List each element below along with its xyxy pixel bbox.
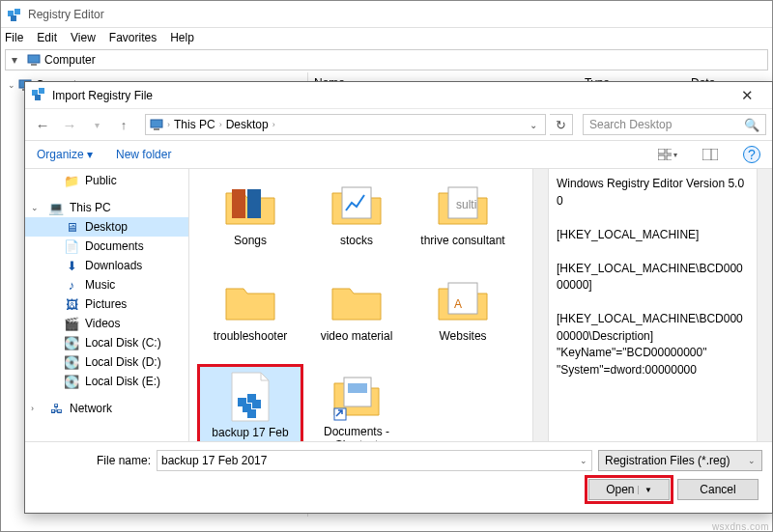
- search-placeholder: Search Desktop: [589, 118, 744, 131]
- dialog-title: Import Registry File: [52, 89, 153, 102]
- breadcrumb-sep-icon[interactable]: ›: [272, 120, 275, 129]
- network-icon: 🖧: [48, 401, 64, 416]
- new-folder-button[interactable]: New folder: [116, 148, 171, 161]
- files-area[interactable]: Songs stocks sulti thrive consultant tro…: [189, 169, 532, 441]
- svg-rect-14: [658, 155, 665, 160]
- menu-help[interactable]: Help: [170, 31, 194, 44]
- dialog-toolbar: Organize ▾ New folder ▾ ?: [25, 140, 772, 169]
- sidebar-item-network[interactable]: ›🖧Network: [25, 399, 188, 418]
- breadcrumb-sep-icon[interactable]: ›: [167, 120, 170, 129]
- preview-scrollbar[interactable]: [757, 169, 772, 441]
- address-dropdown-icon[interactable]: ⌄: [526, 120, 541, 130]
- sidebar-item-disk-e[interactable]: 💽Local Disk (E:): [25, 372, 188, 391]
- expand-icon[interactable]: ⌄: [5, 80, 18, 90]
- search-icon[interactable]: 🔍: [744, 118, 759, 132]
- breadcrumb-thispc[interactable]: This PC: [174, 118, 215, 131]
- file-item-websites[interactable]: A Websites: [412, 270, 514, 362]
- svg-rect-13: [667, 149, 672, 154]
- dialog-footer: File name: backup 17 Feb 2017 ⌄ Registra…: [25, 441, 772, 513]
- main-addressbar[interactable]: ▾ Computer: [5, 49, 768, 70]
- help-button[interactable]: ?: [743, 146, 760, 163]
- view-options-button[interactable]: ▾: [658, 145, 677, 164]
- open-split-icon[interactable]: ▼: [638, 486, 652, 494]
- forward-button[interactable]: →: [58, 113, 81, 136]
- file-item-video-material[interactable]: video material: [305, 270, 408, 362]
- sidebar-item-downloads[interactable]: ⬇Downloads: [25, 256, 188, 275]
- preview-pane-button[interactable]: [701, 145, 720, 164]
- sidebar-item-desktop[interactable]: 🖥Desktop: [25, 217, 188, 237]
- svg-text:A: A: [454, 297, 462, 311]
- svg-rect-4: [31, 64, 37, 66]
- disk-icon: 💽: [64, 335, 79, 350]
- cancel-button[interactable]: Cancel: [677, 479, 759, 500]
- svg-rect-1: [14, 9, 20, 14]
- dialog-nav: ← → ▾ ↑ › This PC › Desktop › ⌄ ↻ Search…: [25, 109, 772, 140]
- breadcrumb-sep-icon[interactable]: ›: [219, 120, 222, 129]
- menu-view[interactable]: View: [71, 31, 96, 44]
- breadcrumb-desktop[interactable]: Desktop: [226, 118, 269, 131]
- folder-shortcut-icon: [330, 370, 383, 422]
- svg-rect-12: [658, 149, 665, 154]
- address-bar[interactable]: › This PC › Desktop › ⌄: [145, 114, 546, 135]
- chevron-down-icon[interactable]: ⌄: [580, 456, 587, 465]
- open-button[interactable]: Open ▼: [588, 479, 670, 500]
- chevron-down-icon[interactable]: ⌄: [748, 456, 756, 465]
- reg-file-icon: [224, 371, 276, 423]
- expand-icon[interactable]: ›: [31, 404, 34, 413]
- files-scrollbar[interactable]: [532, 169, 548, 441]
- organize-button[interactable]: Organize ▾: [37, 148, 93, 161]
- folder-icon: [330, 179, 383, 231]
- sidebar-item-pictures[interactable]: 🖼Pictures: [25, 294, 188, 314]
- file-item-backup-reg[interactable]: backup 17 Feb 2017: [199, 366, 301, 441]
- sidebar-item-disk-d[interactable]: 💽Local Disk (D:): [25, 352, 188, 372]
- dialog-sidebar[interactable]: 📁Public ⌄💻This PC 🖥Desktop 📄Documents ⬇D…: [25, 169, 189, 441]
- back-button[interactable]: ←: [31, 113, 54, 136]
- sidebar-item-public[interactable]: 📁Public: [25, 171, 188, 190]
- folder-icon: sulti: [437, 179, 489, 231]
- main-titlebar: Registry Editor: [1, 1, 772, 28]
- watermark: wsxdns.com: [712, 521, 769, 532]
- sidebar-item-videos[interactable]: 🎬Videos: [25, 314, 188, 333]
- svg-rect-18: [232, 189, 245, 218]
- sidebar-item-disk-c[interactable]: 💽Local Disk (C:): [25, 333, 188, 352]
- file-item-documents-shortcut[interactable]: Documents - Shortcut: [305, 366, 408, 441]
- preview-text: Windows Registry Editor Version 5.00 [HK…: [557, 177, 744, 377]
- sidebar-item-music[interactable]: ♪Music: [25, 275, 188, 294]
- recent-dropdown[interactable]: ▾: [85, 113, 108, 136]
- file-item-songs[interactable]: Songs: [199, 175, 301, 266]
- filetype-dropdown[interactable]: Registration Files (*.reg) ⌄: [598, 450, 762, 471]
- svg-rect-31: [348, 383, 367, 393]
- menu-edit[interactable]: Edit: [37, 31, 57, 44]
- svg-rect-28: [252, 400, 261, 408]
- close-button[interactable]: ✕: [728, 87, 766, 104]
- downloads-icon: ⬇: [64, 258, 79, 273]
- main-title: Registry Editor: [28, 8, 104, 21]
- app-icon: [7, 7, 22, 22]
- address-dropdown-icon[interactable]: ▾: [6, 53, 23, 67]
- file-item-thrive[interactable]: sulti thrive consultant: [412, 175, 514, 266]
- dialog-files-wrap: Songs stocks sulti thrive consultant tro…: [189, 169, 772, 441]
- menu-file[interactable]: File: [5, 31, 23, 44]
- svg-rect-16: [702, 149, 718, 160]
- folder-icon: A: [437, 274, 489, 326]
- file-item-stocks[interactable]: stocks: [305, 175, 408, 266]
- refresh-button[interactable]: ↻: [550, 114, 573, 135]
- disk-icon: 💽: [64, 354, 79, 370]
- expand-icon[interactable]: ⌄: [31, 203, 39, 212]
- svg-rect-15: [667, 155, 672, 160]
- sidebar-item-thispc[interactable]: ⌄💻This PC: [25, 198, 188, 217]
- menu-favorites[interactable]: Favorites: [109, 31, 157, 44]
- folder-icon: 📁: [64, 173, 79, 188]
- file-item-troubleshooter[interactable]: troubleshooter: [199, 270, 301, 362]
- up-button[interactable]: ↑: [112, 113, 135, 136]
- svg-rect-23: [448, 283, 477, 314]
- address-computer[interactable]: Computer: [23, 53, 100, 67]
- filename-input[interactable]: backup 17 Feb 2017 ⌄: [157, 450, 592, 471]
- preview-panel: Windows Registry Editor Version 5.00 [HK…: [548, 169, 757, 441]
- svg-rect-20: [342, 187, 371, 218]
- sidebar-item-documents[interactable]: 📄Documents: [25, 237, 188, 256]
- search-box[interactable]: Search Desktop 🔍: [583, 114, 766, 135]
- desktop-icon: 🖥: [64, 219, 79, 235]
- computer-icon: [27, 53, 41, 67]
- computer-icon: [150, 118, 163, 131]
